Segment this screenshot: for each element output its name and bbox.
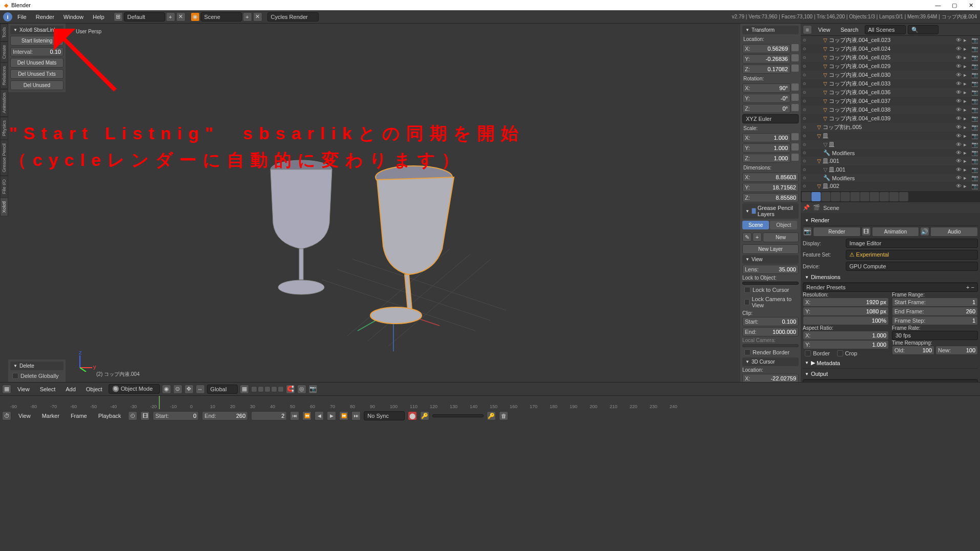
res-y-field[interactable]: Y:1080 px xyxy=(803,307,889,316)
rot-x-field[interactable]: X:90° xyxy=(742,83,790,93)
props-tab-material[interactable] xyxy=(870,192,879,201)
scale-z-field[interactable]: Z:1.000 xyxy=(742,154,790,163)
lens-field[interactable]: Lens:35.000 xyxy=(742,265,799,274)
layout-dropdown[interactable]: Default xyxy=(124,12,165,22)
view-header[interactable]: View xyxy=(742,255,799,264)
border-checkbox[interactable] xyxy=(805,350,811,356)
timeline-playback-menu[interactable]: Playback xyxy=(94,411,126,420)
shading-solid[interactable]: ◉ xyxy=(162,385,171,394)
del-unused-txts-button[interactable]: Del Unused Txts xyxy=(10,69,64,79)
sbsarlink-panel-header[interactable]: Xolotl SbsarLink xyxy=(10,26,64,34)
audio-button[interactable]: Audio xyxy=(930,227,978,237)
fps-dropdown[interactable]: 30 fps xyxy=(892,331,978,340)
layout-icon[interactable]: ⊞ xyxy=(114,12,123,22)
outliner-item[interactable]: ⊙▽コップ割れ.005👁▸📷 xyxy=(801,123,980,132)
timeline-clip-icon[interactable]: 🎞 xyxy=(140,411,150,420)
feature-set-dropdown[interactable]: ⚠ Experimental xyxy=(846,250,978,260)
menu-window[interactable]: Window xyxy=(59,12,88,22)
menu-file[interactable]: File xyxy=(13,12,31,22)
outliner-item[interactable]: ⊙▽コップ内液.004_cell.036👁▸📷 xyxy=(801,88,980,97)
manipulator-toggle[interactable]: ✥ xyxy=(184,385,194,394)
auto-keyframe-toggle[interactable]: ⬤ xyxy=(408,411,417,420)
lock-cursor-checkbox[interactable] xyxy=(744,287,750,293)
scale-x-field[interactable]: X:1.000 xyxy=(742,133,790,142)
layout-remove[interactable]: ✕ xyxy=(176,12,185,22)
lock-icon[interactable] xyxy=(791,94,799,101)
rotation-mode[interactable]: XYZ Euler xyxy=(742,114,799,123)
props-tab-object[interactable] xyxy=(831,192,840,201)
props-tab-constraints[interactable] xyxy=(841,192,850,201)
outliner-item[interactable]: ⊙▽コップ内液.004_cell.024👁▸📷 xyxy=(801,45,980,53)
render-border-checkbox[interactable] xyxy=(744,349,750,355)
outliner-item[interactable]: ⊙▽コップ内液.004_cell.023👁▸📷 xyxy=(801,36,980,45)
maximize-button[interactable]: ▢ xyxy=(949,2,960,9)
orientation-dropdown[interactable]: Global xyxy=(207,385,238,394)
keyframe-insert-button[interactable]: 🔑 xyxy=(487,411,496,420)
lock-object-dropdown[interactable] xyxy=(742,282,799,285)
lock-icon[interactable] xyxy=(791,83,799,91)
outliner-item[interactable]: ⊙▽コップ内液.004_cell.030👁▸📷 xyxy=(801,71,980,79)
gp-object-tab[interactable]: Object xyxy=(770,221,797,229)
vtab-physics[interactable]: Physics xyxy=(0,117,8,140)
layout-add[interactable]: + xyxy=(166,12,175,22)
3d-object-menu[interactable]: Object xyxy=(82,385,107,394)
scene-dropdown[interactable]: Scene xyxy=(201,12,242,22)
jump-end-button[interactable]: ⏭ xyxy=(351,411,361,420)
animation-button[interactable]: Animation xyxy=(872,227,920,237)
play-reverse-button[interactable]: ◀ xyxy=(315,411,324,420)
clip-end-field[interactable]: End:1000.000 xyxy=(742,327,799,336)
res-pct-field[interactable]: 100% xyxy=(803,316,889,325)
interval-field[interactable]: Interval: 0.10 xyxy=(10,47,64,56)
vtab-relations[interactable]: Relations xyxy=(0,62,8,89)
vtab-create[interactable]: Create xyxy=(0,41,8,62)
gp-add-icon[interactable]: + xyxy=(753,232,762,242)
timeline-end-field[interactable]: End:260 xyxy=(202,411,248,420)
pin-icon[interactable]: 📌 xyxy=(803,204,810,211)
lock-icon[interactable] xyxy=(791,104,799,111)
3d-viewport[interactable]: User Persp xyxy=(66,24,740,382)
vtab-grease-pencil[interactable]: Grease Pencil xyxy=(0,140,8,176)
proportional-toggle[interactable]: ◎ xyxy=(297,385,306,394)
output-section-header[interactable]: Output xyxy=(803,369,978,379)
end-frame-field[interactable]: End Frame:260 xyxy=(892,307,978,316)
metadata-section-header[interactable]: ▶ Metadata xyxy=(803,357,978,369)
start-listening-button[interactable]: Start listening xyxy=(10,36,64,46)
timeline-view-menu[interactable]: View xyxy=(14,411,35,420)
keyframe-next-button[interactable]: ⏩ xyxy=(339,411,348,420)
editor-type-timeline[interactable]: ⏱ xyxy=(2,411,11,420)
lock-camera-checkbox[interactable] xyxy=(744,299,749,305)
outliner-item[interactable]: ⊙🔧Modifiers👁▸📷 xyxy=(801,149,980,157)
clip-start-field[interactable]: Start:0.100 xyxy=(742,317,799,326)
outliner-editor-icon[interactable]: ≡ xyxy=(803,25,812,34)
dim-x-field[interactable]: X:8.85603 xyxy=(742,173,799,182)
vtab-tools[interactable]: Tools xyxy=(0,24,8,41)
new-field[interactable]: New:100 xyxy=(935,346,978,355)
timeline-marker-menu[interactable]: Marker xyxy=(38,411,64,420)
dim-z-field[interactable]: Z:8.85580 xyxy=(742,193,799,202)
timeline-ruler[interactable]: -90-80-70-60-50-40-30-20-100102030405060… xyxy=(0,396,980,409)
render-section-header[interactable]: Render xyxy=(803,215,978,226)
cursor-x-field[interactable]: X:-22.02759 xyxy=(742,374,799,382)
outliner-item[interactable]: ⊙▽皿.001👁▸📷 xyxy=(801,165,980,174)
outliner-item[interactable]: ⊙▽コップ内液.004_cell.025👁▸📷 xyxy=(801,53,980,62)
render-preview-icon[interactable]: 📷 xyxy=(308,385,318,394)
props-tab-data[interactable] xyxy=(860,192,869,201)
3d-cursor-header[interactable]: 3D Cursor xyxy=(742,357,799,366)
dimensions-section-header[interactable]: Dimensions xyxy=(803,272,978,283)
timeline-start-field[interactable]: Start:0 xyxy=(153,411,199,420)
vtab-xolotl[interactable]: Xolotl xyxy=(0,198,8,217)
lock-icon[interactable] xyxy=(791,54,799,61)
loc-z-field[interactable]: Z:0.17082 xyxy=(742,65,790,74)
lock-icon[interactable] xyxy=(791,44,799,51)
menu-help[interactable]: Help xyxy=(89,12,109,22)
loc-x-field[interactable]: X:0.56269 xyxy=(742,44,790,53)
props-tab-texture[interactable] xyxy=(880,192,889,201)
delete-header[interactable]: Delete xyxy=(10,362,64,370)
frame-step-field[interactable]: Frame Step:1 xyxy=(892,316,978,325)
vtab-file-io[interactable]: File I/O xyxy=(0,176,8,198)
aspect-y-field[interactable]: Y:1.000 xyxy=(803,340,889,349)
aspect-x-field[interactable]: X:1.000 xyxy=(803,331,889,340)
props-tab-modifiers[interactable] xyxy=(850,192,860,201)
outliner-item[interactable]: ⊙▽コップ内液.004_cell.039👁▸📷 xyxy=(801,114,980,123)
outliner-search-menu[interactable]: Search xyxy=(837,25,863,34)
